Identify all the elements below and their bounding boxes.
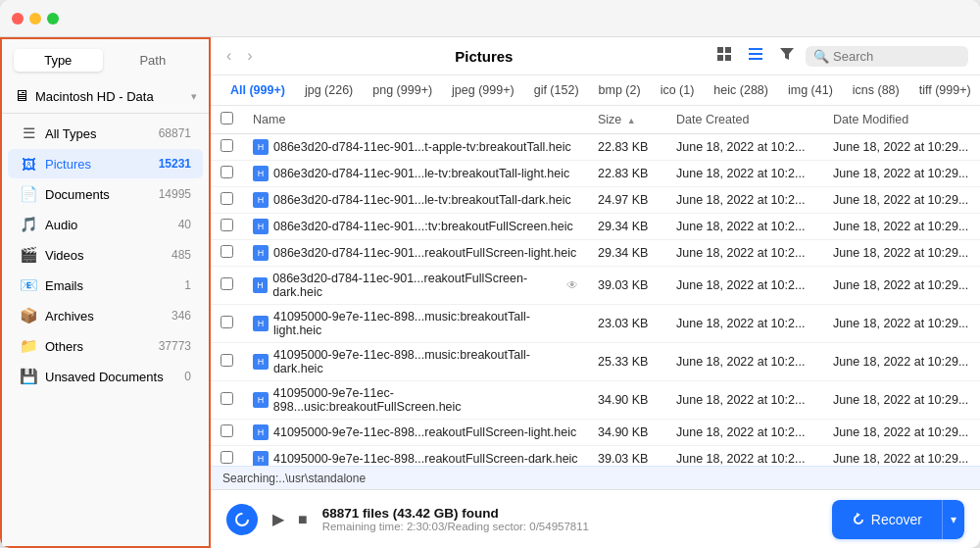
file-name: 086e3d20-d784-11ec-901...reakoutFullScre…	[272, 272, 563, 299]
col-header-created[interactable]: Date Created	[666, 106, 823, 134]
row-checkbox[interactable]	[220, 354, 233, 367]
list-view-button[interactable]	[743, 43, 768, 69]
col-header-size[interactable]: Size ▲	[588, 106, 666, 134]
filter-tab[interactable]: png (999+)	[365, 80, 440, 100]
play-button[interactable]: ▶	[270, 507, 287, 531]
close-button[interactable]	[12, 13, 24, 25]
row-modified-cell: June 18, 2022 at 10:29...	[823, 214, 980, 240]
sidebar: Type Path 🖥 Macintosh HD - Data ▾ ☰ All …	[0, 37, 211, 548]
row-checkbox[interactable]	[220, 392, 233, 405]
svg-rect-3	[725, 55, 731, 61]
select-all-checkbox[interactable]	[220, 112, 233, 125]
table-row: H 41095000-9e7e-11ec-898...usic:breakout…	[211, 381, 980, 420]
file-name: 41095000-9e7e-11ec-898...usic:breakoutFu…	[273, 386, 578, 414]
sidebar-item-audio[interactable]: 🎵 Audio 40	[8, 210, 203, 239]
svg-rect-4	[749, 48, 762, 50]
row-created-cell: June 18, 2022 at 10:2...	[666, 214, 823, 240]
sidebar-drive[interactable]: 🖥 Macintosh HD - Data ▾	[2, 81, 209, 114]
main-window: Type Path 🖥 Macintosh HD - Data ▾ ☰ All …	[0, 0, 980, 548]
filter-tab[interactable]: icns (88)	[845, 80, 907, 100]
nav-forward-button[interactable]: ›	[243, 45, 256, 67]
minimize-button[interactable]	[29, 13, 41, 25]
svg-rect-6	[749, 58, 762, 60]
row-checkbox[interactable]	[220, 245, 233, 258]
nav-back-button[interactable]: ‹	[222, 45, 235, 67]
row-checkbox[interactable]	[220, 166, 233, 178]
sidebar-item-emails[interactable]: 📧 Emails 1	[8, 271, 203, 300]
row-modified-cell: June 18, 2022 at 10:29...	[823, 343, 980, 381]
col-header-name[interactable]: Name	[243, 106, 588, 134]
file-type-icon: H	[253, 219, 269, 234]
drive-name: Macintosh HD - Data	[35, 89, 185, 104]
row-checkbox-cell	[211, 267, 243, 305]
recover-button[interactable]: Recover	[832, 500, 942, 539]
row-modified-cell: June 18, 2022 at 10:29...	[823, 134, 980, 161]
row-size-cell: 34.90 KB	[588, 381, 666, 420]
row-name-cell: H 41095000-9e7e-11ec-898...music:breakou…	[243, 343, 588, 381]
row-checkbox-cell	[211, 187, 243, 214]
traffic-lights	[12, 13, 59, 25]
sidebar-item-label: Emails	[45, 278, 176, 293]
sidebar-icon: 📁	[20, 337, 37, 355]
sidebar-icon: ☰	[20, 125, 37, 142]
sidebar-item-count: 14995	[159, 187, 191, 201]
filter-tab[interactable]: All (999+)	[222, 80, 293, 100]
row-checkbox[interactable]	[220, 451, 233, 464]
sidebar-item-pictures[interactable]: 🖼 Pictures 15231	[8, 149, 203, 178]
filter-button[interactable]	[774, 43, 800, 69]
search-input[interactable]	[833, 49, 960, 64]
col-header-check	[211, 106, 243, 134]
sidebar-item-documents[interactable]: 📄 Documents 14995	[8, 179, 203, 209]
grid-view-button[interactable]	[711, 43, 737, 69]
sidebar-item-archives[interactable]: 📦 Archives 346	[8, 301, 203, 330]
row-name-cell: H 41095000-9e7e-11ec-898...reakoutFullSc…	[243, 420, 588, 446]
filter-tabs: All (999+)jpg (226)png (999+)jpeg (999+)…	[211, 75, 980, 106]
content-titlebar: ‹ › Pictures 🔍	[211, 37, 980, 75]
row-checkbox[interactable]	[220, 139, 233, 152]
filter-tab[interactable]: jpeg (999+)	[444, 80, 522, 100]
row-size-cell: 39.03 KB	[588, 446, 666, 467]
filter-tab[interactable]: jpg (226)	[297, 80, 361, 100]
row-modified-cell: June 18, 2022 at 10:29...	[823, 446, 980, 467]
row-modified-cell: June 18, 2022 at 10:29...	[823, 420, 980, 446]
row-checkbox[interactable]	[220, 219, 233, 231]
sidebar-item-unsaved-documents[interactable]: 💾 Unsaved Documents 0	[8, 362, 203, 391]
sidebar-icon: 🎬	[20, 246, 37, 264]
maximize-button[interactable]	[47, 13, 59, 25]
row-created-cell: June 18, 2022 at 10:2...	[666, 267, 823, 305]
row-checkbox[interactable]	[220, 424, 233, 437]
drive-chevron: ▾	[191, 90, 197, 103]
eye-icon[interactable]: 👁	[566, 278, 578, 292]
recover-chevron-button[interactable]: ▾	[942, 500, 964, 539]
stop-button[interactable]: ■	[295, 508, 311, 531]
table-row: H 086e3d20-d784-11ec-901...le-tv:breakou…	[211, 161, 980, 187]
filter-tab[interactable]: tiff (999+)	[911, 80, 979, 100]
filter-tab[interactable]: gif (152)	[526, 80, 587, 100]
row-size-cell: 39.03 KB	[588, 267, 666, 305]
svg-point-8	[236, 514, 248, 525]
status-text: Searching:..\usr\standalone	[222, 472, 366, 485]
row-checkbox[interactable]	[220, 277, 233, 290]
filter-tab[interactable]: bmp (2)	[591, 80, 649, 100]
tab-type[interactable]: Type	[14, 49, 103, 72]
row-checkbox[interactable]	[220, 192, 233, 205]
sidebar-item-videos[interactable]: 🎬 Videos 485	[8, 240, 203, 270]
content-title: Pictures	[265, 48, 704, 65]
file-name: 086e3d20-d784-11ec-901...:tv:breakoutFul…	[273, 220, 573, 233]
row-modified-cell: June 18, 2022 at 10:29...	[823, 240, 980, 267]
sidebar-item-all-types[interactable]: ☰ All Types 68871	[8, 119, 203, 148]
row-modified-cell: June 18, 2022 at 10:29...	[823, 161, 980, 187]
filter-tab[interactable]: ico (1)	[653, 80, 703, 100]
filter-tab[interactable]: heic (288)	[706, 80, 776, 100]
row-name-cell: H 086e3d20-d784-11ec-901...le-tv:breakou…	[243, 187, 588, 214]
file-type-icon: H	[253, 277, 268, 293]
sidebar-item-others[interactable]: 📁 Others 37773	[8, 331, 203, 361]
file-name: 086e3d20-d784-11ec-901...reakoutFullScre…	[273, 246, 576, 260]
row-modified-cell: June 18, 2022 at 10:29...	[823, 305, 980, 343]
col-header-modified[interactable]: Date Modified	[823, 106, 980, 134]
tab-path[interactable]: Path	[109, 49, 198, 72]
titlebar	[0, 0, 980, 37]
filter-tab[interactable]: img (41)	[780, 80, 841, 100]
sidebar-item-count: 485	[172, 248, 191, 262]
row-checkbox[interactable]	[220, 316, 233, 328]
